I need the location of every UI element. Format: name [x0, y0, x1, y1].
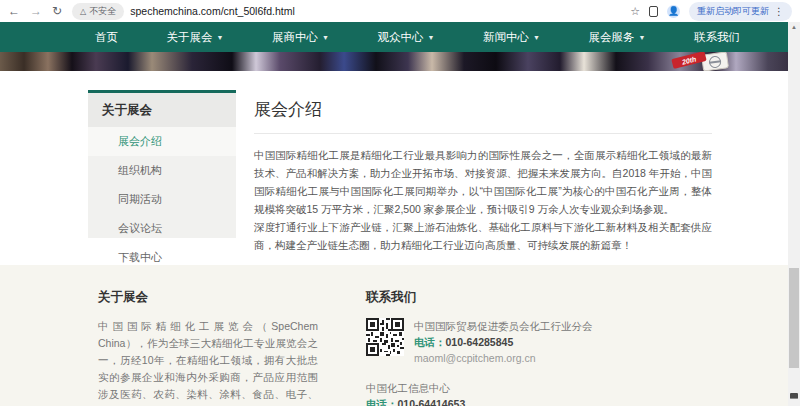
forward-icon[interactable]: → [30, 5, 42, 17]
contact-org-2: 中国化工信息中心 [366, 380, 593, 396]
footer-about-text: 中国国际精细化工展览会（SpeChem China），作为全球三大精细化工专业展… [98, 318, 318, 406]
nav-contact[interactable]: 联系我们 [694, 30, 740, 45]
footer-contact-title: 联系我们 [366, 289, 593, 306]
nav-home[interactable]: 首页 [95, 30, 118, 45]
security-badge[interactable]: △ 不安全 [72, 3, 124, 20]
tab-group-icon[interactable] [649, 6, 658, 17]
footer-contact-column: 联系我们 [366, 289, 593, 406]
chevron-down-icon: ▼ [533, 34, 540, 41]
footer-about-title: 关于展会 [98, 289, 318, 306]
title-divider [254, 133, 712, 134]
reload-icon[interactable]: ↻ [52, 5, 62, 17]
contact-org-1: 中国国际贸易促进委员会化工行业分会 [414, 318, 593, 334]
nav-exhibitor[interactable]: 展商中心 ▼ [272, 30, 329, 45]
chevron-down-icon: ▼ [322, 34, 329, 41]
anniversary-ribbon: 20th [671, 52, 706, 69]
main-area: 关于展会 展会介绍 组织机构 同期活动 会议论坛 下载中心 展会介绍 中国国际精… [0, 71, 800, 265]
browser-toolbar: ← → ↻ △ 不安全 spechemchina.com/cnt_50l6fd.… [0, 0, 800, 22]
update-chrome-button[interactable]: 重新启动即可更新 ⋮ [689, 2, 792, 21]
scrollbar-thumb[interactable] [789, 268, 799, 368]
security-label: 不安全 [89, 5, 116, 18]
vertical-scrollbar[interactable]: ▲ [788, 22, 800, 406]
qr-code-image [366, 318, 404, 356]
back-icon[interactable]: ← [8, 5, 20, 17]
chevron-down-icon: ▼ [638, 34, 645, 41]
warning-icon: △ [80, 7, 86, 16]
nav-services[interactable]: 展会服务 ▼ [588, 30, 645, 45]
contact-email-1: maoml@ccpitchem.org.cn [414, 350, 593, 366]
sidebar-item-concurrent-events[interactable]: 同期活动 [88, 185, 236, 214]
nav-visitor[interactable]: 观众中心 ▼ [378, 30, 435, 45]
profile-avatar[interactable]: 👤 [667, 5, 680, 18]
contact-phone-1: 电话：010-64285845 [414, 334, 593, 350]
sidebar-item-download[interactable]: 下载中心 [88, 243, 236, 272]
sidebar-item-organization[interactable]: 组织机构 [88, 156, 236, 185]
footer-about-column: 关于展会 中国国际精细化工展览会（SpeChem China），作为全球三大精细… [98, 289, 318, 406]
nav-news[interactable]: 新闻中心 ▼ [483, 30, 540, 45]
sidebar-title: 关于展会 [88, 93, 236, 127]
url-text: spechemchina.com/cnt_50l6fd.html [130, 5, 295, 17]
scroll-up-icon[interactable]: ▲ [788, 22, 800, 32]
sidebar-item-intro[interactable]: 展会介绍 [88, 127, 236, 156]
bookmark-star-icon[interactable]: ☆ [630, 5, 640, 18]
monitor-icon [790, 393, 798, 399]
intro-paragraph-2: 深度打通行业上下游产业链，汇聚上游石油炼化、基础化工原料与下游化工新材料及相关配… [254, 218, 712, 254]
site-navbar: 首页 关于展会 ▼ 展商中心 ▼ 观众中心 ▼ 新闻中心 ▼ 展会服务 ▼ 联系… [0, 22, 800, 52]
nav-about[interactable]: 关于展会 ▼ [167, 30, 224, 45]
chevron-down-icon: ▼ [217, 34, 224, 41]
banner-logo: 20th [672, 53, 728, 71]
page-title: 展会介绍 [254, 98, 712, 121]
menu-kebab-icon[interactable]: ⋮ [774, 6, 784, 17]
footer: 关于展会 中国国际精细化工展览会（SpeChem China），作为全球三大精细… [0, 265, 800, 406]
chevron-down-icon: ▼ [428, 34, 435, 41]
hero-banner-image: 20th [0, 52, 800, 71]
sidebar-item-conference[interactable]: 会议论坛 [88, 214, 236, 243]
sidebar: 关于展会 展会介绍 组织机构 同期活动 会议论坛 下载中心 [88, 90, 236, 238]
content-panel: 展会介绍 中国国际精细化工展是精细化工行业最具影响力的国际性展会之一，全面展示精… [236, 90, 800, 265]
address-bar[interactable]: △ 不安全 spechemchina.com/cnt_50l6fd.html [72, 2, 620, 20]
intro-paragraph-1: 中国国际精细化工展是精细化工行业最具影响力的国际性展会之一，全面展示精细化工领域… [254, 146, 712, 218]
contact-phone-2: 电话：010-64414653 [366, 396, 593, 406]
